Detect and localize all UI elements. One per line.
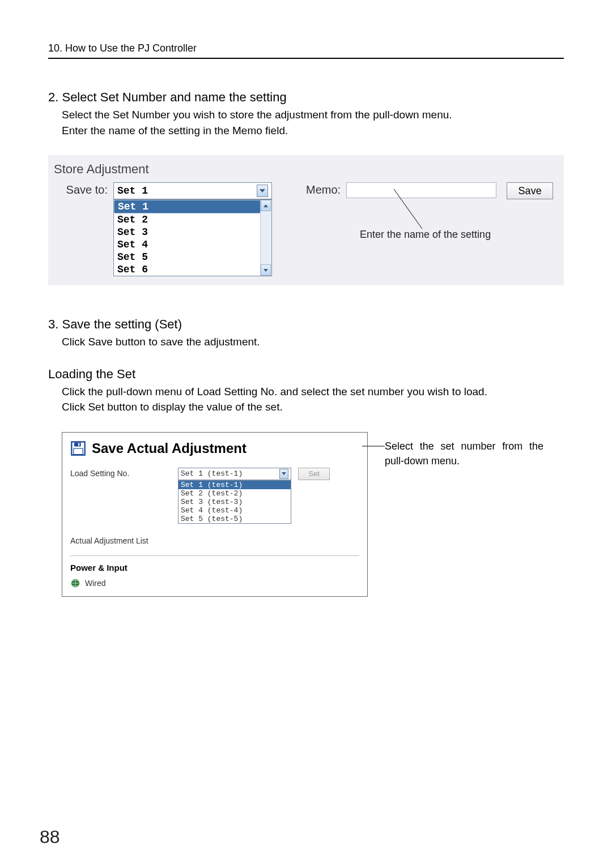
step2-body-line2: Enter the name of the setting in the Mem… — [62, 125, 288, 136]
chevron-down-icon — [264, 269, 268, 272]
wired-label: Wired — [85, 579, 106, 588]
step2-body-line1: Select the Set Number you wish to store … — [62, 109, 452, 121]
save-to-dropdown[interactable]: Set 1 — [113, 182, 272, 199]
memo-label: Memo: — [306, 182, 341, 196]
load-setting-dropdown-list[interactable]: Set 1 (test-1) Set 2 (test-2) Set 3 (tes… — [178, 480, 291, 524]
svg-rect-2 — [74, 442, 81, 446]
dropdown-option[interactable]: Set 2 — [114, 213, 271, 226]
dropdown-option[interactable]: Set 6 — [114, 263, 271, 276]
loading-body-line2: Click Set button to display the value of… — [62, 401, 283, 413]
dropdown-scrollbar[interactable] — [260, 200, 271, 276]
memo-input[interactable] — [346, 182, 496, 198]
set-button[interactable]: Set — [298, 468, 330, 480]
dropdown-option[interactable]: Set 3 — [114, 226, 271, 238]
page-number: 88 — [40, 827, 60, 848]
chevron-down-icon — [282, 472, 286, 475]
dropdown-arrow-button[interactable] — [279, 469, 288, 479]
actual-adjustment-list-label: Actual Adjustment List — [70, 526, 178, 545]
load-setting-dropdown-value: Set 1 (test-1) — [181, 469, 243, 478]
dropdown-option[interactable]: Set 1 (test-1) — [178, 481, 291, 489]
loading-body: Click the pull-down menu of Load Setting… — [62, 384, 564, 415]
chevron-up-icon — [264, 204, 268, 207]
svg-rect-4 — [78, 443, 79, 446]
panel-divider — [70, 555, 359, 556]
memo-callout-text: Enter the name of the setting — [360, 229, 491, 241]
sidenote-leader — [362, 446, 385, 447]
dropdown-option[interactable]: Set 3 (test-3) — [178, 498, 291, 506]
dropdown-option[interactable]: Set 2 (test-2) — [178, 489, 291, 498]
page-header: 10. How to Use the PJ Controller — [48, 42, 564, 59]
floppy-disk-icon — [70, 441, 86, 456]
loading-body-line1: Click the pull-down menu of Load Setting… — [62, 386, 487, 397]
dropdown-option[interactable]: Set 5 (test-5) — [178, 515, 291, 523]
dropdown-arrow-button[interactable] — [257, 185, 268, 197]
load-setting-label: Load Setting No. — [70, 468, 178, 478]
step2-heading: 2. Select Set Number and name the settin… — [48, 90, 564, 105]
save-to-label: Save to: — [54, 182, 108, 196]
power-input-heading: Power & Input — [70, 563, 359, 572]
chevron-down-icon — [260, 189, 265, 193]
dropdown-option[interactable]: Set 4 — [114, 238, 271, 251]
scroll-down-button[interactable] — [261, 264, 271, 276]
side-note-text: Select the set number from the pull-down… — [385, 439, 543, 468]
store-adjustment-panel: Store Adjustment Save to: Set 1 Set 1 Se… — [48, 155, 564, 285]
save-actual-adjustment-panel: Save Actual Adjustment Load Setting No. … — [62, 432, 368, 597]
step2-body: Select the Set Number you wish to store … — [62, 107, 564, 138]
save-to-dropdown-list[interactable]: Set 1 Set 2 Set 3 Set 4 Set 5 Set 6 — [113, 199, 272, 276]
panel2-title: Save Actual Adjustment — [92, 441, 246, 456]
save-button[interactable]: Save — [507, 182, 553, 199]
svg-rect-3 — [74, 448, 83, 455]
step3-heading: 3. Save the setting (Set) — [48, 317, 564, 332]
store-panel-title: Store Adjustment — [54, 160, 558, 182]
loading-heading: Loading the Set — [48, 367, 564, 382]
step3-body: Click Save button to save the adjustment… — [62, 334, 564, 350]
dropdown-option[interactable]: Set 4 (test-4) — [178, 506, 291, 515]
globe-icon — [70, 578, 80, 588]
wired-row: Wired — [70, 578, 359, 588]
scroll-up-button[interactable] — [261, 200, 271, 211]
dropdown-option[interactable]: Set 1 — [114, 200, 271, 213]
dropdown-option[interactable]: Set 5 — [114, 251, 271, 263]
save-to-dropdown-value: Set 1 — [117, 185, 148, 196]
load-setting-dropdown[interactable]: Set 1 (test-1) — [178, 468, 291, 480]
